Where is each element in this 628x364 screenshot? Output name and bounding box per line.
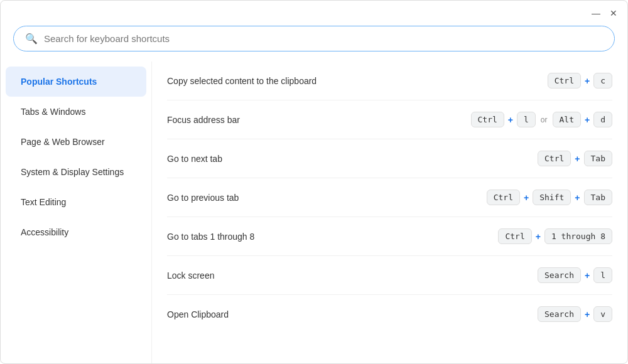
- shortcut-label: Open Clipboard: [167, 309, 229, 319]
- key-badge: l: [517, 112, 536, 127]
- key-badge: Ctrl: [548, 73, 581, 88]
- key-badge: Ctrl: [538, 151, 571, 166]
- shortcut-row: Focus address barCtrl+lorAlt+d: [167, 100, 612, 139]
- shortcut-label: Lock screen: [167, 270, 214, 281]
- key-plus: +: [583, 270, 591, 281]
- close-button[interactable]: ✕: [607, 7, 620, 19]
- key-badge: Search: [538, 306, 581, 322]
- key-text: 1 through 8: [544, 228, 612, 244]
- key-badge: c: [593, 73, 612, 88]
- shortcut-label: Copy selected content to the clipboard: [167, 76, 317, 86]
- key-badge: Shift: [533, 190, 571, 205]
- key-badge: Ctrl: [471, 112, 504, 127]
- shortcut-row: Lock screenSearch+l: [167, 256, 612, 295]
- key-badge: v: [593, 306, 612, 322]
- shortcut-row: Go to next tabCtrl+Tab: [167, 139, 612, 178]
- main-layout: Popular ShortcutsTabs & WindowsPage & We…: [1, 62, 627, 364]
- shortcut-label: Focus address bar: [167, 115, 240, 125]
- key-plus: +: [583, 115, 591, 125]
- sidebar-item-text-editing[interactable]: Text Editing: [6, 187, 146, 217]
- key-or: or: [538, 115, 550, 124]
- key-plus: +: [573, 193, 581, 203]
- sidebar-item-tabs-windows[interactable]: Tabs & Windows: [6, 97, 146, 127]
- shortcut-row: Open ClipboardSearch+v: [167, 295, 612, 333]
- content-area: Copy selected content to the clipboardCt…: [151, 62, 627, 364]
- shortcut-row: Go to tabs 1 through 8Ctrl+1 through 8: [167, 217, 612, 256]
- search-bar-container: 🔍: [1, 26, 627, 62]
- shortcut-label: Go to tabs 1 through 8: [167, 232, 254, 242]
- key-badge: d: [593, 112, 612, 127]
- key-plus: +: [573, 154, 581, 164]
- key-plus: +: [583, 309, 591, 319]
- key-plus: +: [507, 115, 514, 125]
- title-bar: — ✕: [1, 1, 627, 26]
- shortcut-keys: Ctrl+Tab: [538, 151, 612, 166]
- search-input[interactable]: [44, 33, 603, 44]
- key-badge: l: [593, 267, 612, 283]
- shortcut-keys: Ctrl+c: [548, 73, 612, 88]
- key-plus: +: [583, 76, 591, 86]
- sidebar-item-system-display[interactable]: System & Display Settings: [6, 157, 146, 187]
- minimize-button[interactable]: —: [590, 7, 602, 19]
- key-badge: Tab: [584, 190, 612, 205]
- sidebar-item-page-web[interactable]: Page & Web Browser: [6, 127, 146, 157]
- shortcut-keys: Ctrl+Shift+Tab: [487, 190, 612, 205]
- key-badge: Tab: [584, 151, 612, 166]
- search-bar[interactable]: 🔍: [13, 26, 615, 51]
- shortcut-keys: Search+l: [538, 267, 612, 283]
- sidebar: Popular ShortcutsTabs & WindowsPage & We…: [1, 62, 151, 364]
- key-badge: Alt: [553, 112, 581, 127]
- key-badge: Ctrl: [498, 228, 531, 244]
- key-plus: +: [522, 193, 530, 203]
- key-plus: +: [534, 232, 542, 242]
- shortcut-keys: Ctrl+lorAlt+d: [471, 112, 613, 127]
- key-badge: Ctrl: [487, 190, 520, 205]
- shortcut-label: Go to next tab: [167, 154, 222, 164]
- shortcut-label: Go to previous tab: [167, 193, 239, 203]
- shortcut-row: Copy selected content to the clipboardCt…: [167, 62, 612, 100]
- shortcut-row: Go to previous tabCtrl+Shift+Tab: [167, 178, 612, 217]
- search-icon: 🔍: [25, 33, 38, 45]
- sidebar-item-accessibility[interactable]: Accessibility: [6, 217, 146, 247]
- shortcut-keys: Search+v: [538, 306, 612, 322]
- sidebar-item-popular[interactable]: Popular Shortcuts: [6, 67, 146, 97]
- shortcut-keys: Ctrl+1 through 8: [498, 228, 612, 244]
- key-badge: Search: [538, 267, 581, 283]
